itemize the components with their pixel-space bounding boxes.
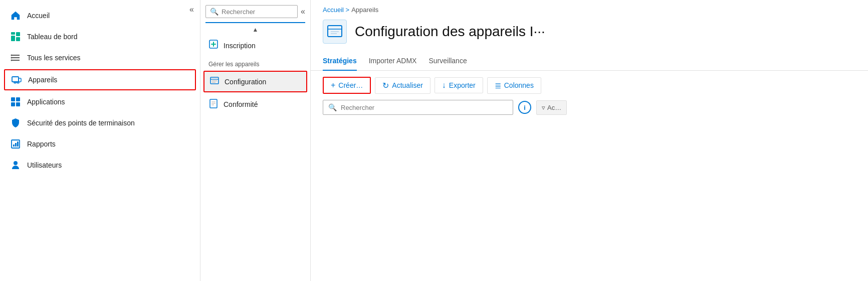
- sidebar-collapse-button[interactable]: «: [189, 5, 194, 14]
- main-search-box[interactable]: 🔍: [323, 100, 513, 115]
- mid-item-conformite[interactable]: Conformité: [200, 93, 310, 115]
- conformite-icon: [208, 98, 219, 110]
- services-icon: [10, 52, 21, 63]
- svg-rect-16: [16, 97, 20, 101]
- mid-section-divider: [205, 22, 305, 23]
- svg-rect-18: [16, 102, 20, 106]
- sidebar-item-accueil-label: Accueil: [27, 12, 50, 20]
- sidebar-item-services[interactable]: Tous les services: [0, 47, 200, 68]
- configuration-icon: [209, 76, 220, 87]
- main-search-input[interactable]: [341, 104, 508, 111]
- export-button[interactable]: ↓ Exporter: [435, 77, 483, 93]
- tab-importer-admx[interactable]: Importer ADMX: [369, 52, 417, 71]
- mid-collapse-button[interactable]: «: [301, 7, 305, 16]
- mid-item-inscription[interactable]: Inscription: [200, 34, 310, 57]
- breadcrumb-current: Appareils: [351, 6, 378, 14]
- mid-section-label: Gérer les appareils: [200, 57, 310, 70]
- svg-rect-2: [11, 36, 15, 41]
- mid-scroll-up-arrow: ▲: [200, 25, 310, 34]
- create-button-label: Créer…: [338, 81, 363, 89]
- breadcrumb-home-link[interactable]: Accueil >: [323, 6, 349, 14]
- mid-search-input[interactable]: [222, 8, 293, 16]
- reports-icon: [10, 138, 21, 150]
- security-icon: [10, 117, 21, 128]
- apps-icon: [10, 96, 21, 107]
- export-icon: ↓: [442, 81, 446, 90]
- sidebar-item-appareils[interactable]: Appareils: [4, 69, 196, 90]
- refresh-button[interactable]: ↻ Actualiser: [375, 77, 430, 94]
- mid-item-configuration-label: Configuration: [225, 78, 266, 86]
- tabs-row: Stratégies Importer ADMX Surveillance: [311, 52, 868, 71]
- svg-point-9: [11, 60, 13, 61]
- mid-item-inscription-label: Inscription: [224, 42, 256, 50]
- svg-point-23: [14, 161, 18, 165]
- svg-rect-1: [16, 32, 20, 36]
- home-icon: [10, 10, 21, 21]
- filter-icon: ▿: [542, 104, 545, 111]
- svg-point-8: [11, 57, 13, 59]
- svg-rect-17: [11, 102, 15, 106]
- sidebar-item-rapports[interactable]: Rapports: [0, 133, 200, 155]
- inscription-icon: [208, 39, 219, 52]
- breadcrumb: Accueil > Appareils: [311, 0, 868, 16]
- main-content: Accueil > Appareils Configuration des ap…: [311, 0, 868, 281]
- sidebar-item-services-label: Tous les services: [27, 54, 81, 62]
- create-button[interactable]: + Créer…: [323, 77, 371, 94]
- tab-surveillance[interactable]: Surveillance: [428, 52, 467, 71]
- page-header-icon: [323, 20, 347, 44]
- mid-item-conformite-label: Conformité: [224, 100, 258, 108]
- mid-search-row: 🔍 «: [200, 5, 310, 22]
- columns-button[interactable]: ≣ Colonnes: [487, 77, 541, 94]
- mid-search-box[interactable]: 🔍: [205, 5, 298, 18]
- sidebar-item-applications[interactable]: Applications: [0, 91, 200, 112]
- devices-icon: [11, 74, 22, 85]
- sidebar-item-security[interactable]: Sécurité des points de terminaison: [0, 112, 200, 133]
- svg-rect-20: [13, 145, 15, 147]
- toolbar-row: + Créer… ↻ Actualiser ↓ Exporter ≣ Colon…: [311, 71, 868, 100]
- sidebar-item-tableau-label: Tableau de bord: [27, 33, 77, 41]
- main-search-row: 🔍 i ▿ Ac…: [311, 100, 868, 115]
- tab-strategies[interactable]: Stratégies: [323, 52, 357, 71]
- sidebar-item-tableau[interactable]: Tableau de bord: [0, 26, 200, 47]
- main-search-icon: 🔍: [328, 103, 337, 111]
- svg-rect-22: [17, 142, 19, 147]
- mid-panel: 🔍 « ▲ Inscription Gérer les appareils Co…: [200, 0, 311, 281]
- page-header: Configuration des appareils I···: [311, 16, 868, 52]
- sidebar-item-rapports-label: Rapports: [27, 140, 56, 148]
- sidebar-item-appareils-label: Appareils: [28, 76, 57, 84]
- sidebar-item-accueil[interactable]: Accueil: [0, 5, 200, 26]
- svg-rect-3: [16, 37, 20, 41]
- svg-rect-15: [11, 97, 15, 101]
- refresh-button-label: Actualiser: [392, 81, 422, 89]
- info-button[interactable]: i: [518, 101, 531, 114]
- filter-label: Ac…: [547, 104, 561, 111]
- page-title: Configuration des appareils I···: [355, 24, 545, 40]
- columns-icon: ≣: [495, 81, 501, 90]
- svg-rect-21: [15, 143, 17, 147]
- users-icon: [10, 160, 21, 171]
- columns-button-label: Colonnes: [504, 81, 534, 89]
- mid-item-configuration[interactable]: Configuration: [203, 71, 307, 92]
- search-icon: 🔍: [210, 8, 219, 16]
- svg-rect-0: [11, 32, 15, 35]
- plus-icon: +: [331, 81, 335, 90]
- filter-button[interactable]: ▿ Ac…: [536, 100, 567, 115]
- svg-point-7: [11, 55, 13, 56]
- refresh-icon: ↻: [382, 81, 389, 90]
- sidebar-item-applications-label: Applications: [27, 98, 65, 106]
- svg-rect-11: [19, 78, 21, 82]
- sidebar-item-utilisateurs-label: Utilisateurs: [27, 161, 62, 169]
- svg-rect-33: [328, 26, 342, 37]
- sidebar-item-utilisateurs[interactable]: Utilisateurs: [0, 155, 200, 176]
- export-button-label: Exporter: [449, 81, 476, 89]
- sidebar: « Accueil Tableau de bord: [0, 0, 200, 281]
- dashboard-icon: [10, 31, 21, 42]
- sidebar-item-security-label: Sécurité des points de terminaison: [27, 119, 135, 127]
- svg-rect-10: [12, 77, 19, 82]
